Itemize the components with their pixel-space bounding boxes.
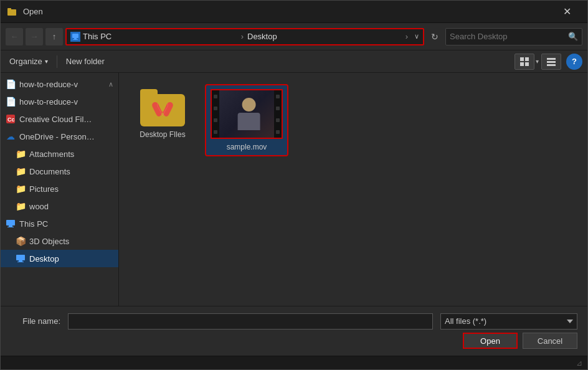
sidebar-item-how-to-reduce-1[interactable]: 📄 how-to-reduce-v ∧ (1, 75, 118, 93)
file-type-select[interactable]: All files (*.*) Video Files (*.mov, *.mp… (440, 313, 577, 330)
file-name-input[interactable] (68, 313, 433, 330)
sidebar-item-label: Desktop (29, 254, 59, 263)
organize-chevron-icon: ▾ (45, 58, 48, 65)
svg-rect-10 (547, 61, 556, 63)
cancel-button[interactable]: Cancel (523, 333, 577, 349)
back-button[interactable]: ← (6, 28, 23, 45)
sidebar-item-documents[interactable]: 📁 Documents (1, 163, 118, 180)
bottom-bar: File name: All files (*.*) Video Files (… (1, 306, 587, 356)
help-button[interactable]: ? (566, 54, 582, 70)
svg-rect-3 (74, 38, 77, 39)
sidebar-item-label: This PC (19, 219, 48, 229)
file-item-sample-mov[interactable]: sample.mov (206, 85, 287, 155)
svg-rect-6 (525, 57, 529, 61)
expand-icon: ∧ (108, 80, 113, 88)
title-bar-controls: ✕ (552, 1, 581, 23)
button-row: Open Cancel (11, 333, 577, 349)
sidebar-item-desktop[interactable]: Desktop (1, 250, 118, 267)
folder-icon-desktop-files (140, 89, 185, 126)
address-part-2: Desktop (247, 32, 402, 41)
status-bar: ⊿ (1, 356, 587, 369)
view-icon-button[interactable] (514, 54, 534, 70)
open-button[interactable]: Open (463, 333, 518, 349)
address-sep-1: › (241, 32, 244, 41)
open-dialog: Open ✕ ← → ↑ This PC › Desktop › ∨ ↻ (0, 0, 588, 370)
folder-icon: 📁 (16, 201, 26, 211)
sidebar: 📄 how-to-reduce-v ∧ 📄 how-to-reduce-v Cc… (1, 73, 119, 306)
svg-rect-5 (520, 57, 524, 61)
svg-rect-9 (547, 58, 556, 60)
main-content: 📄 how-to-reduce-v ∧ 📄 how-to-reduce-v Cc… (1, 73, 587, 306)
address-part-1: This PC (83, 32, 237, 41)
toolbar: Organize ▾ New folder ▾ (1, 50, 587, 73)
sidebar-item-creative-cloud[interactable]: Cc Creative Cloud Fil… (1, 110, 118, 128)
sidebar-item-label: how-to-reduce-v (19, 97, 78, 107)
pc-icon (6, 219, 16, 229)
folder-icon: 📁 (16, 166, 26, 176)
svg-rect-7 (520, 62, 524, 66)
title-bar-title: Open (23, 7, 552, 16)
title-bar-icon (7, 6, 18, 17)
sidebar-item-attachments[interactable]: 📁 Attachments (1, 145, 118, 163)
sidebar-item-3d-objects[interactable]: 📦 3D Objects (1, 232, 118, 250)
refresh-button[interactable]: ↻ (427, 29, 443, 45)
sidebar-item-wood[interactable]: 📁 wood (1, 197, 118, 215)
sidebar-item-how-to-reduce-2[interactable]: 📄 how-to-reduce-v (1, 93, 118, 110)
address-chevron-icon: ∨ (414, 32, 419, 40)
title-bar: Open ✕ (1, 1, 587, 23)
search-input[interactable] (450, 32, 566, 41)
sidebar-item-label: how-to-reduce-v (19, 80, 78, 89)
folder-icon: 📦 (16, 236, 26, 246)
film-strip-left (212, 90, 219, 138)
sidebar-item-this-pc[interactable]: This PC (1, 215, 118, 232)
forward-button[interactable]: → (26, 28, 43, 45)
up-button[interactable]: ↑ (45, 28, 63, 45)
svg-rect-15 (9, 225, 12, 227)
desktop-icon (16, 254, 26, 263)
sidebar-item-label: wood (29, 202, 49, 211)
close-button[interactable]: ✕ (552, 1, 581, 23)
folder-icon: 📁 (16, 149, 26, 159)
sidebar-item-label: Attachments (29, 149, 74, 159)
resize-handle: ⊿ (576, 359, 582, 368)
svg-rect-8 (525, 62, 529, 66)
file-area: Desktop FIles (119, 73, 587, 306)
sidebar-item-label: Pictures (29, 184, 59, 194)
search-box: 🔍 (445, 28, 582, 45)
list-view-button[interactable] (541, 54, 561, 70)
svg-rect-1 (7, 8, 11, 11)
folder-icon: 📁 (16, 184, 26, 194)
svg-rect-20 (148, 97, 178, 123)
toolbar-right: ▾ ? (514, 54, 582, 70)
svg-rect-18 (19, 260, 22, 262)
search-icon: 🔍 (568, 32, 578, 41)
sidebar-item-placeholder[interactable] (1, 267, 118, 285)
file-icon: 📄 (6, 97, 16, 107)
video-thumbnail-sample-mov (211, 89, 283, 139)
sidebar-item-label: 3D Objects (29, 237, 69, 246)
sidebar-item-label: OneDrive - Person… (19, 132, 95, 141)
sidebar-item-onedrive[interactable]: ☁ OneDrive - Person… (1, 128, 118, 145)
view-chevron-icon: ▾ (536, 58, 539, 65)
nav-bar: ← → ↑ This PC › Desktop › ∨ ↻ 🔍 (1, 23, 587, 50)
address-pc-icon (70, 32, 80, 42)
new-folder-button[interactable]: New folder (62, 54, 108, 69)
file-name-label: File name: (11, 316, 60, 326)
sidebar-item-label: Creative Cloud Fil… (19, 115, 92, 124)
file-item-desktop-files[interactable]: Desktop FIles (131, 85, 194, 155)
sidebar-item-pictures[interactable]: 📁 Pictures (1, 180, 118, 197)
address-bar[interactable]: This PC › Desktop › ∨ (65, 28, 424, 45)
file-name-desktop-files: Desktop FIles (140, 130, 185, 139)
file-icon: 📄 (6, 79, 16, 89)
file-name-row: File name: All files (*.*) Video Files (… (11, 313, 577, 330)
svg-rect-2 (72, 34, 78, 38)
organize-button[interactable]: Organize ▾ (6, 54, 52, 69)
svg-rect-11 (547, 64, 556, 66)
address-sep-2: › (405, 32, 408, 41)
toolbar-separator (57, 55, 57, 68)
svg-rect-14 (6, 220, 15, 225)
svg-rect-4 (73, 39, 78, 40)
svg-text:Cc: Cc (7, 116, 15, 123)
folder-icon (16, 271, 26, 281)
svg-rect-19 (17, 262, 24, 262)
